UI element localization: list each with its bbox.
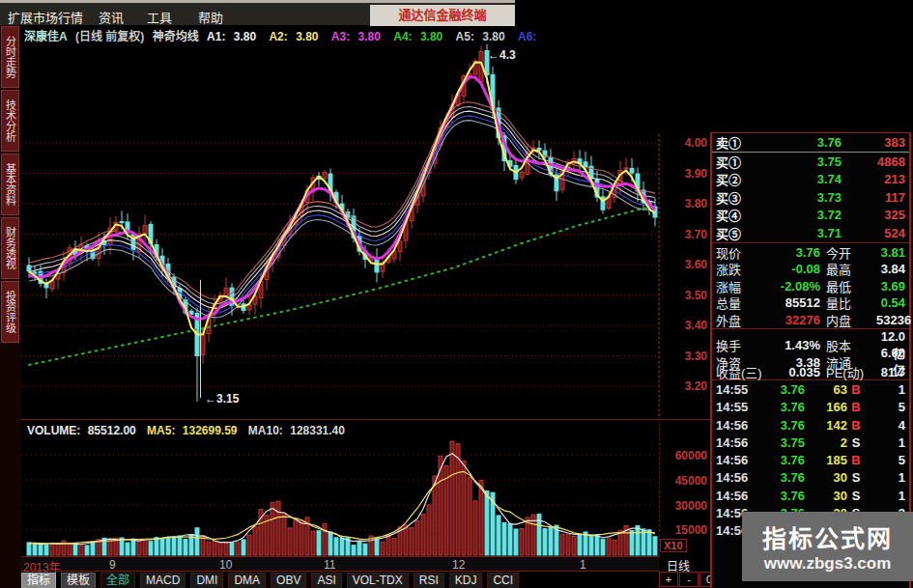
sidebar-item-basic-info[interactable]: 基本资料 <box>1 154 19 215</box>
high-annotation: ←4.3 <box>488 48 516 62</box>
order-book: 卖①3.76383 买①3.754868 买②3.74213 买③3.73117… <box>712 133 909 242</box>
indicator-value-a1: A1: 3.80 <box>207 30 261 43</box>
tab-rsi[interactable]: RSI <box>414 573 444 588</box>
bid-row[interactable]: 买③3.73117 <box>712 188 909 207</box>
left-sidebar: 分时走势 技术分析 基本资料 财务透视 投资评级 <box>0 25 21 588</box>
tab-obv[interactable]: OBV <box>271 573 306 588</box>
zoom-in-button[interactable]: + <box>659 572 678 587</box>
x-axis-month: 11 <box>324 558 335 572</box>
x-axis-month: 1 <box>580 558 586 572</box>
menu-item-help[interactable]: 帮助 <box>198 8 223 26</box>
tab-dmi[interactable]: DMI <box>190 573 223 588</box>
x-axis-month: 10 <box>219 558 232 572</box>
stats-section: 现价3.76 今开3.81 涨跌-0.08 最高3.84 涨幅-2.08% 最低… <box>712 242 909 380</box>
price-axis-label: 3.30 <box>661 350 707 363</box>
x-axis-row: 2013年 9 10 11 12 1 <box>21 556 659 572</box>
tick-row: 14:563.76185B5 <box>712 452 909 469</box>
volume-axis-label: 60000 <box>661 449 707 462</box>
price-axis-label: 3.50 <box>661 289 707 302</box>
tab-vol-tdx[interactable]: VOL-TDX <box>347 573 409 588</box>
sidebar-item-rating[interactable]: 投资评级 <box>1 281 19 343</box>
bid-row[interactable]: 买①3.754868 <box>712 153 909 171</box>
volume-axis-label: 30000 <box>661 499 707 513</box>
stats-row: 总量85512 量比0.54 <box>712 294 909 311</box>
sidebar-item-technical[interactable]: 技术分析 <box>1 90 19 152</box>
volume-axis-label: 45000 <box>661 474 707 488</box>
tab-kdj[interactable]: KDJ <box>449 573 483 588</box>
low-marker-line <box>200 280 201 398</box>
tick-row: 14:563.7630S1 <box>712 487 909 504</box>
sidebar-item-intraday[interactable]: 分时走势 <box>1 26 19 88</box>
bid-row[interactable]: 买②3.74213 <box>712 170 909 188</box>
indicator-value-a4: A4: 3.80 <box>393 30 447 43</box>
bid-row[interactable]: 买④3.72325 <box>712 206 909 224</box>
stats-row: 现价3.76 今开3.81 <box>712 243 909 261</box>
volume-chart[interactable] <box>21 433 659 556</box>
tab-template[interactable]: 模板 <box>61 573 96 588</box>
price-axis-label: 3.60 <box>661 258 707 271</box>
ask-row[interactable]: 卖①3.76383 <box>712 133 909 153</box>
app-brand-label: 通达信金融终端 <box>370 5 515 26</box>
indicator-tab-bar: 指标 模板 全部 MACD DMI DMA OBV ASI VOL-TDX RS… <box>21 573 659 588</box>
price-axis-label: 3.80 <box>661 197 707 210</box>
stats-row: 换手1.43% 股本12.0亿 <box>712 328 909 347</box>
volume-axis-label: 15000 <box>661 523 707 537</box>
indicator-value-a3: A3: 3.80 <box>331 30 385 43</box>
indicator-value-a5: A5: 3.80 <box>456 30 510 43</box>
tick-row: 14:553.76166B5 <box>712 399 909 416</box>
tdx-terminal-window: 扩展市场行情 资讯 工具 帮助 通达信金融终端 深康佳A (日线 前复权) 神奇… <box>0 0 913 588</box>
price-axis-label: 4.00 <box>661 136 707 150</box>
menu-item-tools[interactable]: 工具 <box>147 8 172 26</box>
x-axis-month: 9 <box>109 558 116 572</box>
tab-indicator[interactable]: 指标 <box>21 573 56 588</box>
stats-row: 涨跌-0.08 最高3.84 <box>712 260 909 277</box>
zoom-out-button[interactable]: - <box>679 572 699 587</box>
sidebar-item-financials[interactable]: 财务透视 <box>1 217 19 279</box>
stock-name: 深康佳A <box>24 30 68 43</box>
tab-cci[interactable]: CCI <box>487 573 519 588</box>
bid-row[interactable]: 买⑤3.71524 <box>712 224 909 242</box>
chart-header: 深康佳A (日线 前复权) 神奇均线 A1: 3.80 A2: 3.80 A3:… <box>24 27 626 42</box>
watermark: 指标公式网 www.zbgs3.com <box>742 512 913 581</box>
watermark-url: www.zbgs3.com <box>764 554 892 574</box>
indicator-name[interactable]: 神奇均线 <box>153 30 199 43</box>
stock-mode: (日线 前复权) <box>75 30 144 43</box>
stats-row: 涨幅-2.08% 最低3.69 <box>712 277 909 294</box>
price-axis-label: 3.40 <box>661 319 707 332</box>
menu-item-extended-market[interactable]: 扩展市场行情 <box>8 8 83 26</box>
tick-row: 14:563.7630S1 <box>712 469 909 487</box>
tick-row: 14:563.76142B4 <box>712 416 909 434</box>
pane-divider <box>21 419 710 420</box>
indicator-value-a2: A2: 3.80 <box>269 30 323 43</box>
tick-row: 14:563.752S1 <box>712 434 909 451</box>
tick-row: 14:553.7663B1 <box>712 380 909 398</box>
stats-row: 收益(三)0.035 PE(动)81.7 <box>712 363 909 380</box>
menu-item-news[interactable]: 资讯 <box>99 8 124 26</box>
low-annotation: ←3.15 <box>205 392 239 406</box>
volume-multiplier-label: X10 <box>660 539 687 552</box>
price-axis-label: 3.20 <box>661 379 707 393</box>
tab-asi[interactable]: ASI <box>311 573 341 588</box>
censored-region <box>515 0 913 26</box>
tab-all[interactable]: 全部 <box>100 573 135 588</box>
watermark-title: 指标公式网 <box>762 519 893 554</box>
censored-region <box>539 26 913 132</box>
price-axis-label: 3.70 <box>661 228 707 241</box>
stats-row: 外盘32276 内盘53236 <box>712 311 909 328</box>
x-axis-month: 12 <box>452 558 465 572</box>
tab-macd[interactable]: MACD <box>140 573 185 588</box>
volume-header: VOLUME: 85512.00 MA5: 132699.59 MA10: 12… <box>27 424 353 437</box>
tab-dma[interactable]: DMA <box>228 573 266 588</box>
price-axis-label: 3.90 <box>661 167 707 181</box>
